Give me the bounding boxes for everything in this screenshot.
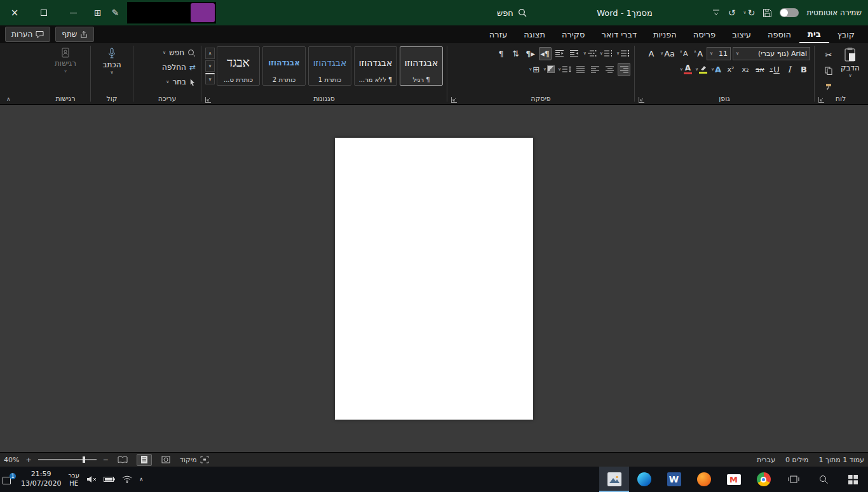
decrease-indent-button[interactable] <box>568 47 581 60</box>
tab-review[interactable]: סקירה <box>553 25 593 43</box>
justify-button[interactable] <box>574 63 587 76</box>
save-button[interactable] <box>763 8 772 18</box>
superscript-button[interactable]: x² <box>724 63 737 76</box>
tab-insert[interactable]: הוספה <box>759 25 799 43</box>
select-button[interactable]: בחר ∨ <box>139 75 196 89</box>
focus-mode-button[interactable]: מיקוד <box>180 456 209 464</box>
edge-app-button[interactable] <box>629 467 659 492</box>
borders-button[interactable]: ⊞ ∨ <box>528 63 541 76</box>
bullets-button[interactable]: ∨ <box>616 47 630 60</box>
close-button[interactable]: × <box>0 0 29 25</box>
gmail-app-button[interactable]: M <box>719 467 749 492</box>
show-hidden-icons-button[interactable]: ∧ <box>139 476 144 482</box>
align-left-button[interactable] <box>588 63 601 76</box>
align-right-button[interactable] <box>618 63 630 76</box>
taskbar-clock[interactable]: 21:59 13/07/2020 <box>21 470 61 489</box>
format-painter-button[interactable] <box>822 80 835 93</box>
strikethrough-button[interactable]: אב <box>754 63 766 76</box>
style-normal[interactable]: אבגדהוזו ¶ רגיל <box>400 46 443 86</box>
proofing-language[interactable]: עברית <box>757 456 775 464</box>
dictate-button[interactable]: הכתב ∨ <box>95 45 129 93</box>
subscript-button[interactable]: x₂ <box>739 63 752 76</box>
gallery-scroll-down-button[interactable]: ∨ <box>205 60 215 72</box>
increase-indent-button[interactable] <box>553 47 566 60</box>
redo-button[interactable]: ↻∨ <box>743 8 756 18</box>
font-name-combo[interactable]: Arial (גוף עברי) ∨ <box>733 47 810 60</box>
tab-help[interactable]: עזרה <box>481 25 515 43</box>
tab-design[interactable]: עיצוב <box>724 25 759 43</box>
clipboard-dialog-launcher[interactable] <box>818 97 824 103</box>
paragraph-dialog-launcher[interactable] <box>451 97 457 103</box>
cut-button[interactable]: ✂ <box>822 48 835 62</box>
ltr-text-direction-button[interactable]: ¶▸ <box>524 47 537 60</box>
search-box[interactable]: חפש <box>497 0 527 25</box>
multilevel-list-button[interactable]: ∨ <box>583 47 597 60</box>
shading-button[interactable]: ∨ <box>543 63 555 76</box>
share-button[interactable]: שתף <box>55 27 94 42</box>
qat-grid-button[interactable]: ⊞ <box>94 8 102 18</box>
line-spacing-button[interactable]: ∨ <box>557 63 572 76</box>
language-indicator[interactable]: עבר HE <box>68 471 79 488</box>
tab-mailings[interactable]: דברי דואר <box>593 25 645 43</box>
word-count[interactable]: 0 מילים <box>785 456 808 464</box>
task-view-button[interactable] <box>778 467 808 492</box>
zoom-slider-thumb[interactable] <box>83 456 85 463</box>
document-page[interactable] <box>335 138 533 420</box>
zoom-slider[interactable] <box>38 459 97 460</box>
copy-button[interactable] <box>822 64 835 77</box>
tab-layout[interactable]: פריסה <box>685 25 724 43</box>
comments-button[interactable]: הערות <box>5 27 50 42</box>
chrome-app-button[interactable] <box>749 467 778 492</box>
clear-formatting-button[interactable]: A <box>645 47 658 60</box>
highlight-color-button[interactable]: ∨ <box>695 63 708 76</box>
action-center-button[interactable]: 1 <box>3 474 14 484</box>
shrink-font-button[interactable]: A∨ <box>677 47 690 60</box>
font-dialog-launcher[interactable] <box>639 97 644 103</box>
gallery-expand-button[interactable]: ∨ <box>205 73 215 84</box>
tab-file[interactable]: קובץ <box>829 25 863 43</box>
collapse-ribbon-button[interactable]: ∧ <box>6 96 11 102</box>
tab-references[interactable]: הפניות <box>645 25 685 43</box>
taskbar-search-button[interactable] <box>808 467 838 492</box>
zoom-level[interactable]: 40% <box>4 456 19 464</box>
grow-font-button[interactable]: A∧ <box>692 47 705 60</box>
zoom-in-button[interactable]: + <box>25 456 31 464</box>
font-size-combo[interactable]: 11 ∨ <box>707 47 731 60</box>
find-button[interactable]: חפש ∨ <box>139 46 196 60</box>
gallery-scroll-up-button[interactable]: ∧ <box>205 48 215 59</box>
underline-button[interactable]: U∨ <box>768 63 781 76</box>
sort-button[interactable]: ⇅ <box>510 47 522 60</box>
style-heading-1[interactable]: אבגדהוזו כותרת 1 <box>308 46 351 86</box>
align-center-button[interactable] <box>603 63 616 76</box>
zoom-out-button[interactable]: − <box>103 456 109 464</box>
qat-pen-button[interactable]: ✎ <box>112 8 119 18</box>
page-indicator[interactable]: עמוד 1 מתוך 1 <box>819 456 864 464</box>
change-case-button[interactable]: Aa∨ <box>660 47 675 60</box>
wifi-button[interactable] <box>122 475 132 483</box>
style-no-spacing[interactable]: אבגדהוזו ¶ ללא מר... <box>354 46 397 86</box>
bold-button[interactable]: B <box>797 63 810 76</box>
orange-app-button[interactable] <box>689 467 719 492</box>
read-mode-button[interactable] <box>115 454 130 466</box>
numbering-button[interactable]: ∨ <box>599 47 614 60</box>
photos-app-button[interactable] <box>599 467 629 492</box>
web-layout-button[interactable] <box>158 454 173 466</box>
style-title[interactable]: אבגד כותרת ט... <box>217 46 260 86</box>
print-layout-button[interactable] <box>137 454 152 466</box>
italic-button[interactable]: I <box>783 63 796 76</box>
style-heading-2[interactable]: אבגדהוזו כותרת 2 <box>262 46 306 86</box>
minimize-button[interactable] <box>58 0 88 25</box>
show-formatting-marks-button[interactable]: ¶ <box>495 47 508 60</box>
text-effects-button[interactable]: A∨ <box>710 63 722 76</box>
font-color-button[interactable]: A ∨ <box>679 63 693 76</box>
paste-button[interactable]: הדבק ∨ <box>835 45 865 93</box>
replace-button[interactable]: ⇄ החלפה <box>139 60 196 74</box>
battery-button[interactable] <box>104 476 115 482</box>
word-app-button[interactable]: W <box>659 467 689 492</box>
restore-button[interactable] <box>29 0 58 25</box>
tab-home[interactable]: בית <box>799 25 829 43</box>
volume-button[interactable] <box>86 475 97 483</box>
tab-view[interactable]: תצוגה <box>515 25 553 43</box>
start-button[interactable] <box>838 467 868 492</box>
styles-dialog-launcher[interactable] <box>205 97 211 103</box>
